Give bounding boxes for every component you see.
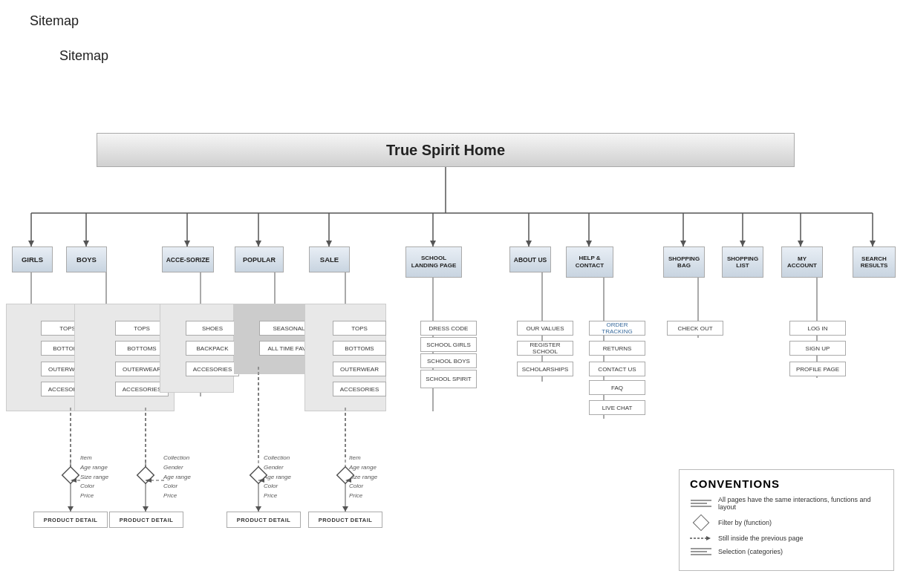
svg-marker-115: [342, 506, 348, 512]
dashed-arrow-icon: [690, 535, 712, 542]
popular-diamond-filter: [249, 466, 268, 485]
about-registerschool[interactable]: REGISTER SCHOOL: [517, 341, 573, 356]
bag-checkout[interactable]: CHECK OUT: [667, 321, 723, 336]
acc-accesories[interactable]: ACCESORIES: [186, 362, 239, 376]
nav-sale[interactable]: SALE: [309, 246, 350, 272]
convention-item-3: Still inside the previous page: [690, 535, 883, 542]
nav-school[interactable]: SCHOOL LANDING PAGE: [405, 246, 462, 278]
page-title: Sitemap: [30, 35, 108, 64]
svg-rect-119: [337, 467, 354, 484]
school-girls[interactable]: SCHOOL GIRLS: [420, 337, 477, 352]
svg-marker-24: [798, 241, 804, 246]
help-contactus[interactable]: CONTACT US: [589, 362, 645, 376]
diamond-icon: [690, 517, 712, 529]
conventions-box: CONVENTIONS All pages have the same inte…: [679, 469, 894, 571]
page-title: Sitemap: [0, 0, 909, 29]
svg-rect-117: [137, 467, 154, 484]
girls-product-detail[interactable]: PRODUCT DETAIL: [33, 512, 108, 528]
nav-aboutus[interactable]: ABOUT US: [509, 246, 551, 272]
nav-shoppinglist[interactable]: SHOPPING LIST: [722, 246, 763, 278]
sale-diamond-filter: [336, 466, 355, 485]
svg-marker-23: [740, 241, 746, 246]
svg-marker-17: [255, 241, 261, 246]
boys-annotation: CollectionGenderAge rangeColorPrice: [163, 454, 191, 501]
nav-popular[interactable]: POPULAR: [235, 246, 284, 272]
home-node[interactable]: True Spirit Home: [97, 133, 795, 167]
svg-rect-116: [62, 467, 79, 484]
nav-searchresults[interactable]: SEARCH RESULTS: [853, 246, 896, 278]
account-signup[interactable]: SIGN UP: [789, 341, 846, 356]
account-login[interactable]: LOG IN: [789, 321, 846, 336]
girls-annotation: ItemAge rangeSize rangeColorPrice: [80, 454, 108, 501]
sale-tops[interactable]: TOPS: [333, 321, 386, 336]
acc-shoes[interactable]: SHOES: [186, 321, 239, 336]
nav-help[interactable]: HELP & CONTACT: [566, 246, 613, 278]
sitemap-container: Sitemap True Spirit Home GIRLS BOYS ACCE…: [0, 29, 909, 588]
svg-marker-130: [706, 536, 711, 540]
sale-accesories[interactable]: ACCESORIES: [333, 382, 386, 396]
help-ordertracking[interactable]: ORDER TRACKING: [589, 321, 645, 336]
svg-marker-20: [526, 241, 532, 246]
svg-marker-105: [68, 506, 74, 512]
svg-marker-18: [326, 241, 332, 246]
acc-backpack[interactable]: BACKPACK: [186, 341, 239, 356]
svg-marker-19: [430, 241, 436, 246]
sale-bottoms[interactable]: BOTTOMS: [333, 341, 386, 356]
sale-outerwear[interactable]: OUTERWEAR: [333, 362, 386, 376]
svg-marker-16: [184, 241, 190, 246]
svg-marker-15: [83, 241, 89, 246]
stacked-lines-icon: [690, 500, 712, 507]
about-scholarships[interactable]: SCHOLARSHIPS: [517, 362, 573, 376]
help-returns[interactable]: RETURNS: [589, 341, 645, 356]
nav-girls[interactable]: GIRLS: [12, 246, 53, 272]
popular-subgroup: [234, 304, 308, 374]
sale-product-detail[interactable]: PRODUCT DETAIL: [308, 512, 382, 528]
svg-rect-118: [250, 467, 267, 484]
school-boys[interactable]: SCHOOL BOYS: [420, 353, 477, 368]
nav-myaccount[interactable]: MY ACCOUNT: [781, 246, 823, 278]
svg-marker-25: [870, 241, 876, 246]
boys-product-detail[interactable]: PRODUCT DETAIL: [109, 512, 183, 528]
nav-accesorize[interactable]: ACCE-SORIZE: [162, 246, 214, 272]
popular-product-detail[interactable]: PRODUCT DETAIL: [227, 512, 301, 528]
stacked-lines-icon-2: [690, 548, 712, 555]
account-profile[interactable]: PROFILE PAGE: [789, 362, 846, 376]
svg-marker-22: [680, 241, 686, 246]
convention-item-1: All pages have the same interactions, fu…: [690, 496, 883, 511]
nav-shoppingbag[interactable]: SHOPPING BAG: [663, 246, 705, 278]
school-dresscode[interactable]: DRESS CODE: [420, 321, 477, 336]
conventions-title: CONVENTIONS: [690, 477, 883, 490]
svg-marker-112: [255, 506, 261, 512]
svg-marker-14: [28, 241, 34, 246]
help-faq[interactable]: FAQ: [589, 380, 645, 395]
girls-diamond-filter: [61, 466, 80, 485]
svg-marker-109: [143, 506, 149, 512]
school-spirit[interactable]: SCHOOL SPIRIT: [420, 370, 477, 388]
about-values[interactable]: OUR VALUES: [517, 321, 573, 336]
nav-boys[interactable]: BOYS: [66, 246, 107, 272]
convention-item-4: Selection (categories): [690, 548, 883, 555]
convention-item-2: Filter by (function): [690, 517, 883, 529]
help-livechat[interactable]: LIVE CHAT: [589, 400, 645, 415]
boys-diamond-filter: [136, 466, 155, 485]
svg-marker-21: [586, 241, 592, 246]
